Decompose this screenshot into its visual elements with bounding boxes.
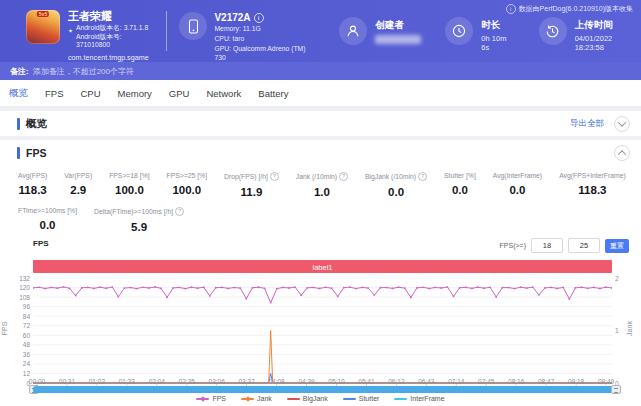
android-version-name: Android版本名: 3.71.1.8 — [76, 24, 154, 33]
stat-label: Avg(FPS+InterFrame) — [559, 172, 626, 179]
device-info-icon[interactable]: i — [254, 13, 264, 23]
overview-collapse-button[interactable] — [614, 116, 630, 132]
help-icon[interactable]: ? — [270, 172, 279, 181]
tab-network[interactable]: Network — [206, 88, 241, 99]
legend-item-interframe[interactable]: InterFrame — [394, 395, 444, 402]
stat-label: Drop(FPS) [/h] — [224, 173, 268, 180]
legend-item-jank[interactable]: Jank — [241, 395, 272, 402]
x-axis-tick: 07:45 — [478, 378, 494, 385]
perfdog-report-page: 5v5 王者荣耀 ✦ Android版本名: 3.71.1.8 Android版… — [0, 0, 641, 406]
fps-collapse-button[interactable] — [614, 145, 630, 161]
note-prefix: 备注: — [10, 66, 29, 77]
help-icon[interactable]: ? — [339, 172, 348, 181]
overview-section-title: 概览 — [26, 117, 47, 131]
upload-time-value: 04/01/2022 18:23:58 — [575, 34, 641, 52]
device-cpu: CPU: taro — [214, 34, 315, 43]
x-axis-tick: 04:39 — [298, 378, 314, 385]
stat-item: Jank (/10min)?1.0 — [296, 172, 348, 198]
x-axis-tick: 00:31 — [59, 378, 75, 385]
x-axis-tick: 05:10 — [328, 378, 344, 385]
section-accent-bar — [17, 118, 20, 130]
tab-fps[interactable]: FPS — [45, 88, 63, 99]
fps-threshold-low-input[interactable] — [531, 238, 563, 253]
x-axis-tick: 09:49 — [598, 378, 614, 385]
fps-card: FPS Avg(FPS)118.3Var(FPS)2.9FPS>=18 [%]1… — [0, 140, 641, 406]
help-icon[interactable]: ? — [175, 207, 184, 216]
y-axis-tick: 24 — [10, 360, 30, 367]
stat-item: Drop(FPS) [/h]?11.9 — [224, 172, 279, 198]
stat-item: FPS>=25 [%]100.0 — [167, 172, 207, 198]
tab-概览[interactable]: 概览 — [9, 87, 28, 100]
duration-label: 时长 — [481, 19, 514, 31]
help-icon[interactable]: ? — [418, 172, 427, 181]
stat-value: 2.9 — [64, 184, 92, 196]
legend-item-fps[interactable]: FPS — [196, 395, 226, 402]
chart-legend: FPSJankBigJankStutterInterFrame — [0, 395, 641, 402]
y-axis-tick: 60 — [10, 332, 30, 339]
creator-name-redacted — [375, 35, 421, 44]
note-input[interactable]: 备注: 添加备注，不超过200个字符 — [0, 62, 641, 80]
tab-memory[interactable]: Memory — [118, 88, 152, 99]
stat-label: Jank (/10min) — [296, 173, 337, 180]
perfdog-version-credit: i 数据由PerfDog(6.0.210910)版本收集 — [506, 4, 633, 14]
stat-value: 118.3 — [18, 184, 47, 196]
svg-text:label1: label1 — [312, 263, 332, 272]
stat-label: FTime>=100ms [%] — [18, 207, 77, 214]
x-axis-tick: 01:02 — [89, 378, 105, 385]
device-gpu: GPU: Qualcomm Adreno (TM) 730 — [214, 44, 315, 62]
device-memory: Memory: 11.1G — [214, 24, 315, 33]
fps-section-title: FPS — [26, 147, 46, 159]
x-axis-tick: 03:37 — [239, 378, 255, 385]
y-axis-tick: 72 — [10, 322, 30, 329]
fps-threshold-high-input[interactable] — [568, 238, 600, 253]
stat-value: 11.9 — [224, 186, 279, 198]
info-icon: i — [506, 4, 516, 14]
upload-time-block: 上传时间 04/01/2022 18:23:58 — [539, 17, 641, 52]
legend-item-bigjank[interactable]: BigJank — [287, 395, 328, 402]
stat-item: BigJank (/10min)?0.0 — [365, 172, 427, 198]
stat-item: Var(FPS)2.9 — [64, 172, 92, 198]
x-axis-tick: 01:33 — [119, 378, 135, 385]
stat-value: 100.0 — [167, 184, 207, 196]
y-axis-tick: 0 — [10, 380, 30, 387]
header: 5v5 王者荣耀 ✦ Android版本名: 3.71.1.8 Android版… — [0, 0, 641, 62]
scrollbar-right-handle[interactable] — [611, 385, 621, 394]
phone-icon — [179, 12, 207, 40]
chart-scrollbar[interactable] — [33, 386, 620, 393]
game-icon-badge: 5v5 — [37, 11, 49, 17]
app-info: 5v5 王者荣耀 ✦ Android版本名: 3.71.1.8 Android版… — [26, 10, 154, 62]
tab-cpu[interactable]: CPU — [80, 88, 100, 99]
stat-value: 0.0 — [444, 184, 476, 196]
stat-item: Delta(FTime)>=100ms [/h]?5.9 — [94, 207, 184, 233]
y-axis-tick: 36 — [10, 351, 30, 358]
note-placeholder: 添加备注，不超过200个字符 — [33, 66, 134, 77]
fps-threshold-label: FPS(>=) — [500, 242, 526, 249]
x-axis-tick: 06:12 — [388, 378, 404, 385]
tab-battery[interactable]: Battery — [258, 88, 288, 99]
tab-gpu[interactable]: GPU — [169, 88, 190, 99]
x-axis-tick: 07:14 — [448, 378, 464, 385]
stat-value: 0.0 — [493, 184, 542, 196]
x-axis-tick: 08:47 — [538, 378, 554, 385]
stat-item: Avg(InterFrame)0.0 — [493, 172, 542, 198]
stat-item: FTime>=100ms [%]0.0 — [18, 207, 77, 233]
threshold-reset-button[interactable]: 重置 — [605, 239, 629, 253]
android-version-code: Android版本号: 371010800 — [76, 33, 154, 50]
upload-time-label: 上传时间 — [575, 19, 641, 31]
stat-value: 0.0 — [18, 219, 77, 231]
fps-stats-row-2: FTime>=100ms [%]0.0Delta(FTime)>=100ms [… — [0, 207, 641, 233]
y-axis-tick: 132 — [10, 275, 30, 282]
stat-value: 118.3 — [559, 184, 626, 196]
legend-item-stutter[interactable]: Stutter — [343, 395, 380, 402]
x-axis-tick: 09:18 — [568, 378, 584, 385]
y-axis-tick: 84 — [10, 313, 30, 320]
stat-value: 1.0 — [296, 186, 348, 198]
section-accent-bar — [17, 147, 20, 159]
overview-card: 概览 导出全部 — [0, 111, 641, 136]
tab-bar: 概览FPSCPUMemoryGPUNetworkBattery — [0, 80, 641, 107]
game-app-icon: 5v5 — [26, 10, 60, 44]
duration-block: 时长 0h 10m 6s — [445, 17, 514, 52]
stat-label: Var(FPS) — [64, 172, 92, 179]
x-axis-tick: 05:41 — [358, 378, 374, 385]
export-all-link[interactable]: 导出全部 — [570, 118, 604, 130]
